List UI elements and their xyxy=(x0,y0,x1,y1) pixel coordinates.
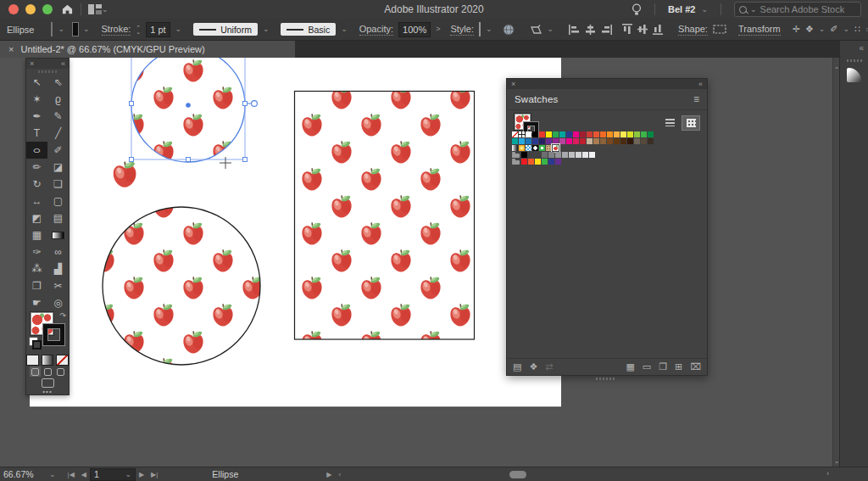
color-swatch[interactable] xyxy=(521,159,527,165)
dock-expand-icon[interactable]: « xyxy=(859,43,864,53)
fill-color-swatch[interactable] xyxy=(51,22,53,36)
graph-tool[interactable]: ▟ xyxy=(47,260,69,277)
color-swatch[interactable] xyxy=(634,131,640,137)
blend-tool[interactable]: ∞ xyxy=(47,243,69,260)
isolate-selection-icon[interactable]: ✛ xyxy=(793,24,800,35)
canvas[interactable]: × « ↖⇖✶ϱ✒✎T╱○✐✏◪↻❏↔▢◩▤▦✑∞⁂▟❐✂☛◎ ↷ xyxy=(0,58,832,467)
shape-builder-tool[interactable]: ◩ xyxy=(26,210,47,227)
document-tab[interactable]: × Untitled-2* @ 66.67% (CMYK/GPU Preview… xyxy=(0,41,295,58)
delete-swatch-icon[interactable]: ⌧ xyxy=(690,362,701,372)
perspective-grid-tool[interactable]: ▤ xyxy=(47,210,69,227)
lasso-tool[interactable]: ϱ xyxy=(47,91,69,108)
collapsed-panel-icon[interactable] xyxy=(847,68,861,82)
selection-tool[interactable]: ↖ xyxy=(26,74,47,91)
stroke-weight-chevron-icon[interactable]: ⌄ xyxy=(175,25,182,33)
registration-swatch[interactable] xyxy=(519,131,525,137)
swatch-libraries-menu-icon[interactable]: ▤ xyxy=(513,362,521,372)
scroll-right-icon[interactable]: › xyxy=(826,469,829,478)
window-minimize-button[interactable] xyxy=(25,4,36,14)
color-swatch[interactable] xyxy=(566,131,572,137)
color-swatch[interactable] xyxy=(542,159,548,165)
swap-fill-stroke-icon[interactable]: ↷ xyxy=(59,311,66,320)
color-swatch[interactable] xyxy=(614,138,620,144)
show-swatch-kinds-icon[interactable]: ❖ xyxy=(529,362,537,372)
color-swatch[interactable] xyxy=(580,138,586,144)
window-close-button[interactable] xyxy=(8,4,19,14)
color-swatch[interactable] xyxy=(576,152,581,158)
color-swatch[interactable] xyxy=(648,138,654,144)
line-segment-tool[interactable]: ╱ xyxy=(47,125,69,142)
symbol-sprayer-tool[interactable]: ⁂ xyxy=(26,260,47,277)
graphic-styles-chevron-icon[interactable]: ⌄ xyxy=(819,25,826,33)
previous-artboard-icon[interactable]: ◀ xyxy=(78,471,90,478)
window-zoom-button[interactable] xyxy=(42,4,53,14)
color-swatch[interactable] xyxy=(542,152,548,158)
shaper-tool[interactable]: ✏ xyxy=(26,159,47,176)
pen-tool[interactable]: ✒ xyxy=(26,108,47,125)
center-anchor[interactable] xyxy=(186,103,191,108)
color-swatch[interactable] xyxy=(532,138,538,144)
color-swatch[interactable] xyxy=(521,152,527,158)
add-to-library-icon[interactable]: ▦ xyxy=(626,362,634,372)
handle-bottom-right[interactable] xyxy=(243,158,248,162)
tab-close-icon[interactable]: × xyxy=(8,44,14,54)
graphic-styles-icon[interactable]: ❖ xyxy=(805,24,814,35)
color-swatch[interactable] xyxy=(641,138,647,144)
home-icon[interactable] xyxy=(61,3,74,15)
shape-properties-icon[interactable] xyxy=(713,25,726,34)
color-swatch[interactable] xyxy=(546,131,552,137)
toolbar-close-icon[interactable]: × xyxy=(30,59,34,68)
horizontal-align-left-icon[interactable] xyxy=(569,25,580,35)
color-swatch[interactable] xyxy=(555,159,561,165)
panel-resize-grip[interactable] xyxy=(596,378,615,380)
variable-width-profile-select[interactable]: Uniform xyxy=(193,23,258,36)
opacity-more-icon[interactable]: > xyxy=(436,25,440,33)
vertical-align-top-icon[interactable] xyxy=(622,24,632,35)
stroke-weight-field[interactable]: 1 pt xyxy=(146,22,170,37)
draw-inside-mode[interactable] xyxy=(55,366,66,377)
brush-chevron-icon[interactable]: ⌄ xyxy=(341,25,348,33)
color-swatch[interactable] xyxy=(569,152,575,158)
brushes-chevron-icon[interactable]: ⌄ xyxy=(843,25,850,33)
color-group-folder-icon[interactable] xyxy=(512,152,520,158)
color-swatch[interactable] xyxy=(600,138,606,144)
pattern-apple-swatch[interactable] xyxy=(553,145,559,151)
fill-chevron-icon[interactable]: ⌄ xyxy=(58,25,64,33)
swatch-options-icon[interactable]: ▭ xyxy=(643,362,651,372)
stroke-chevron-icon[interactable]: ⌄ xyxy=(83,25,90,33)
color-swatch[interactable] xyxy=(553,131,559,137)
color-swatch[interactable] xyxy=(620,131,626,137)
ellipse-tool[interactable]: ○ xyxy=(26,142,47,159)
style-panel-link[interactable]: Style: xyxy=(450,24,474,36)
color-swatch[interactable] xyxy=(548,159,554,165)
color-swatch[interactable] xyxy=(573,131,579,137)
swatches-menu-icon[interactable]: ≡ xyxy=(693,93,699,105)
color-swatch[interactable] xyxy=(526,131,531,137)
handle-bottom-center[interactable] xyxy=(186,158,191,162)
color-swatch[interactable] xyxy=(627,131,633,137)
horizontal-scroll-thumb[interactable] xyxy=(509,471,526,478)
gradient-radial-swatch[interactable] xyxy=(519,145,525,151)
color-swatch[interactable] xyxy=(526,138,531,144)
brushes-icon[interactable]: ✐ xyxy=(830,24,837,35)
color-swatch[interactable] xyxy=(548,152,554,158)
edit-toolbar-ellipsis[interactable]: ••• xyxy=(26,389,69,397)
color-button[interactable] xyxy=(26,355,39,366)
zoom-chevron-icon[interactable]: ⌄ xyxy=(49,471,56,478)
new-swatch-icon[interactable]: ⊞ xyxy=(675,362,682,372)
magic-wand-tool[interactable]: ✶ xyxy=(26,91,47,108)
none-swatch[interactable] xyxy=(512,131,518,137)
lightbulb-icon[interactable] xyxy=(632,3,642,16)
draw-normal-mode[interactable] xyxy=(30,366,41,377)
workspace-chevron-icon[interactable]: ⌄ xyxy=(102,6,108,14)
handle-bottom-left[interactable] xyxy=(130,158,134,162)
selected-ellipse[interactable] xyxy=(131,58,245,162)
color-swatch[interactable] xyxy=(614,131,620,137)
paintbrush-tool[interactable]: ✐ xyxy=(47,142,69,159)
color-swatch[interactable] xyxy=(648,131,654,137)
color-swatch[interactable] xyxy=(559,131,565,137)
color-swatch[interactable] xyxy=(553,138,559,144)
stroke-panel-link[interactable]: Stroke: xyxy=(102,24,131,36)
color-swatch[interactable] xyxy=(573,138,579,144)
color-swatch[interactable] xyxy=(582,152,588,158)
